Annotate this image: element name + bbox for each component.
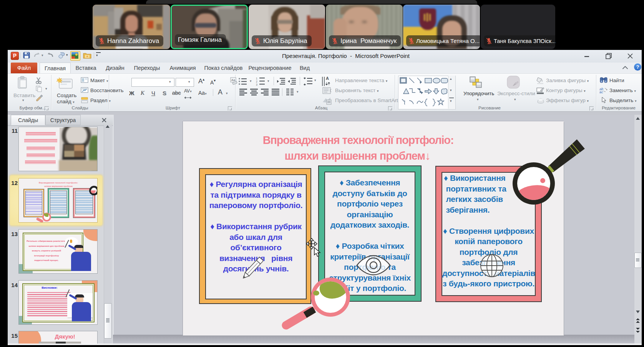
svg-text:3: 3 bbox=[256, 83, 257, 86]
svg-text:1: 1 bbox=[256, 77, 257, 80]
svg-text:Аа: Аа bbox=[231, 78, 235, 82]
svg-text:A: A bbox=[326, 76, 329, 81]
svg-text:ac: ac bbox=[599, 90, 603, 94]
svg-text:2: 2 bbox=[256, 80, 257, 83]
